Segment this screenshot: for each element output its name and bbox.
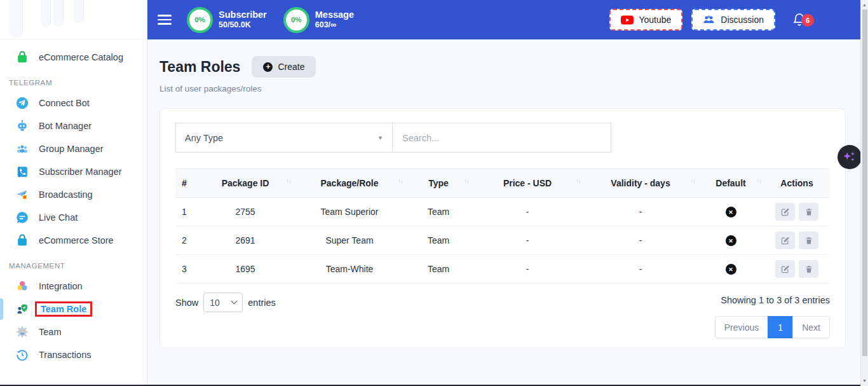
message-stat-label: Message — [315, 9, 354, 20]
edit-button[interactable] — [775, 203, 795, 221]
logo-shape — [41, 0, 51, 27]
sidebar-item-broadcasting[interactable]: Broadcasting — [0, 183, 147, 206]
package-id-cell: 2755 — [197, 198, 294, 226]
edit-icon — [780, 207, 790, 217]
show-label: Show — [175, 298, 198, 308]
sidebar-item-label: Transactions — [39, 350, 91, 360]
sidebar-item-ecommerce-catalog[interactable]: eCommerce Catalog — [0, 46, 147, 69]
delete-button[interactable] — [799, 260, 818, 278]
sort-icon: ↑↓ — [756, 177, 761, 184]
ai-assistant-button[interactable] — [837, 145, 862, 169]
row-number-cell: 2 — [175, 226, 197, 255]
scrollbar-down-arrow[interactable]: ▼ — [861, 376, 868, 385]
delete-button[interactable] — [799, 203, 818, 221]
sidebar-item-label: Live Chat — [39, 212, 78, 223]
sidebar-item-label: Bot Manager — [39, 121, 92, 131]
sidebar-item-label: Subscriber Manager — [39, 167, 122, 177]
subscriber-stat-value: 50/50.0K — [219, 20, 267, 31]
package-role-cell: Team Superior — [294, 198, 405, 226]
previous-page-button[interactable]: Previous — [715, 316, 768, 338]
sidebar-section-management: MANAGEMENT — [0, 262, 147, 270]
validity-cell: - — [583, 255, 698, 284]
scrollbar-up-arrow[interactable]: ▲ — [861, 0, 868, 9]
edit-button[interactable] — [775, 231, 795, 249]
times-circle-icon: ✕ — [726, 264, 736, 275]
row-number-cell: 1 — [175, 198, 197, 226]
message-stat-value: 603/∞ — [315, 20, 354, 31]
sidebar: eCommerce Catalog TELEGRAM Connect Bot B… — [0, 0, 147, 386]
notifications-button[interactable]: 6 — [792, 11, 807, 28]
type-filter-value: Any Type — [185, 133, 223, 143]
message-progress-circle: 0% — [283, 7, 309, 33]
sidebar-item-ecommerce-store[interactable]: eCommerce Store — [0, 229, 147, 252]
entries-summary: Showing 1 to 3 of 3 entries — [721, 295, 830, 305]
sidebar-item-integration[interactable]: Integration — [0, 275, 147, 298]
group-users-icon — [15, 142, 29, 156]
gear-user-icon — [15, 325, 29, 339]
sidebar-item-team[interactable]: Team — [0, 321, 147, 343]
delete-button[interactable] — [799, 231, 818, 249]
default-cell: ✕ — [698, 255, 764, 284]
page-subtitle: List of user packages/roles — [159, 84, 868, 93]
trash-icon — [804, 265, 813, 274]
column-header-default[interactable]: Default↑↓ — [698, 169, 764, 198]
table-header-row: #Package ID↑↓Package/Role↑↓Type↑↓Price -… — [175, 169, 830, 198]
column-header-price-usd[interactable]: Price - USD↑↓ — [471, 169, 583, 198]
package-role-cell: Super Team — [294, 226, 405, 255]
contact-book-icon — [15, 165, 29, 179]
sidebar-item-live-chat[interactable]: Live Chat — [0, 206, 147, 229]
validity-cell: - — [583, 198, 698, 226]
menu-toggle-button[interactable] — [158, 12, 172, 27]
column-header-package-id[interactable]: Package ID↑↓ — [197, 169, 294, 198]
sidebar-item-team-role[interactable]: Team Role — [0, 298, 147, 321]
broadcast-plane-icon — [15, 188, 29, 202]
type-cell: Team — [405, 198, 471, 226]
subscriber-progress-circle: 0% — [187, 7, 213, 33]
edit-button[interactable] — [775, 260, 795, 278]
sidebar-item-subscriber-manager[interactable]: Subscriber Manager — [0, 160, 147, 183]
page-scrollbar[interactable]: ▲ ▼ — [860, 0, 868, 386]
price-cell: - — [471, 255, 583, 284]
actions-cell — [764, 226, 830, 255]
sidebar-item-connect-bot[interactable]: Connect Bot — [0, 92, 147, 114]
type-filter-select[interactable]: Any Type ▼ — [175, 123, 393, 153]
palette-circles-icon — [15, 279, 29, 293]
store-bag-icon — [15, 233, 29, 247]
sidebar-section-telegram: TELEGRAM — [0, 79, 147, 86]
scrollbar-thumb[interactable] — [862, 10, 867, 356]
users-icon — [703, 15, 715, 25]
next-page-button[interactable]: Next — [792, 316, 830, 338]
message-stat: 0% Message 603/∞ — [283, 7, 354, 33]
subscriber-stat: 0% Subscriber 50/50.0K — [187, 7, 267, 33]
column-header-package-role[interactable]: Package/Role↑↓ — [294, 169, 405, 198]
times-circle-icon: ✕ — [726, 207, 736, 217]
page-size-value: 10 — [210, 298, 220, 308]
usage-stats: 0% Subscriber 50/50.0K 0% Message 603/∞ — [187, 7, 354, 33]
caret-down-icon: ▼ — [377, 135, 383, 141]
sparkles-icon — [841, 149, 858, 165]
sidebar-item-group-manager[interactable]: Group Manager — [0, 137, 147, 160]
table-row: 31695Team-WhiteTeam--✕ — [175, 255, 830, 284]
page-size-select[interactable]: 10 — [203, 293, 243, 312]
column-header-validity-days[interactable]: Validity - days↑↓ — [583, 169, 698, 198]
history-clock-icon — [15, 348, 29, 362]
page-1-button[interactable]: 1 — [768, 316, 793, 338]
default-cell: ✕ — [698, 198, 764, 226]
price-cell: - — [471, 226, 583, 255]
youtube-button[interactable]: Youtube — [609, 9, 682, 31]
actions-cell — [764, 255, 830, 284]
sidebar-item-bot-manager[interactable]: Bot Manager — [0, 114, 147, 137]
sidebar-item-transactions[interactable]: Transactions — [0, 343, 147, 366]
column-header-type[interactable]: Type↑↓ — [405, 169, 471, 198]
create-button[interactable]: + Create — [252, 56, 316, 78]
create-button-label: Create — [278, 62, 304, 72]
sidebar-item-label: eCommerce Catalog — [39, 52, 123, 62]
robot-icon — [15, 119, 29, 133]
sort-icon: ↑↓ — [690, 177, 695, 184]
search-input[interactable] — [393, 123, 611, 153]
discussion-button[interactable]: Discussion — [691, 9, 775, 31]
package-id-cell: 1695 — [197, 255, 294, 284]
sort-icon: ↑↓ — [576, 177, 581, 184]
chat-bubble-icon — [15, 210, 29, 224]
pagination: Previous 1 Next — [715, 316, 830, 338]
